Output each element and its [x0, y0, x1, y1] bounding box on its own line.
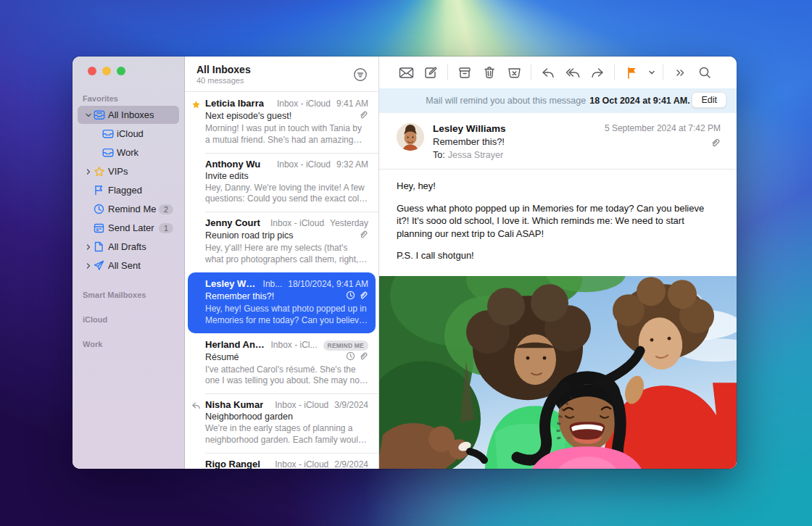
sender: Nisha Kumar [205, 399, 263, 410]
filter-circle-icon[interactable] [352, 64, 368, 85]
reply-icon[interactable] [536, 62, 560, 83]
sidebar-item-remind-me[interactable]: Remind Me 2 [78, 200, 179, 218]
reminder-banner: Mail will remind you about this message … [379, 88, 737, 113]
more-chevrons-icon[interactable] [668, 62, 692, 83]
body-paragraph: Hey, hey! [397, 180, 719, 193]
count-badge: 1 [159, 223, 173, 233]
edit-reminder-button[interactable]: Edit [692, 92, 726, 108]
message-sender: Lesley Williams [433, 123, 605, 134]
flag-chevron-icon[interactable] [645, 62, 658, 83]
message-row[interactable]: Jenny Court Inbox - iCloudYesterday Reun… [185, 212, 378, 272]
sidebar-item-icloud-inbox[interactable]: iCloud [78, 125, 179, 143]
sender: Jenny Court [205, 217, 260, 228]
close-window-button[interactable] [88, 67, 96, 75]
sidebar-item-all-sent[interactable]: All Sent [78, 256, 179, 275]
compose-icon[interactable] [418, 62, 443, 83]
mailbox-title: All Inboxes [196, 64, 251, 75]
calendar-icon [94, 222, 108, 233]
sidebar-item-all-inboxes[interactable]: All Inboxes [78, 106, 179, 124]
message-row[interactable]: Leticia Ibarra Inbox - iCloud9:41 AM Nex… [185, 92, 378, 153]
sender-avatar[interactable] [397, 123, 424, 151]
reply-all-icon[interactable] [560, 62, 585, 83]
zoom-window-button[interactable] [117, 67, 125, 75]
sidebar-item-label: Flagged [108, 185, 173, 196]
message-date: Yesterday [330, 218, 368, 228]
paperclip-icon[interactable] [710, 138, 721, 150]
get-mail-icon[interactable] [394, 62, 418, 83]
message-row[interactable]: Nisha Kumar Inbox - iCloud3/9/2024 Neigh… [185, 393, 378, 453]
mailbox-label: Inbox - iCloud [277, 99, 331, 109]
chevron-right-icon[interactable] [85, 243, 94, 251]
message-date: 2/9/2024 [334, 459, 368, 469]
sidebar-item-work-inbox[interactable]: Work [78, 143, 179, 162]
archive-icon[interactable] [452, 62, 477, 83]
sidebar-item-send-later[interactable]: Send Later 1 [78, 219, 179, 237]
sender: Leticia Ibarra [205, 98, 264, 109]
mailbox-label: Inbox - iCloud [277, 159, 331, 170]
preview-text: Hey, Danny. We're loving the invite! A f… [205, 183, 368, 206]
toolbar [379, 57, 737, 88]
flag-icon [94, 185, 108, 196]
subject: Invite edits [205, 171, 249, 181]
message-row-selected[interactable]: Lesley Will... Inb...18/10/2024, 9:41 AM… [188, 272, 376, 333]
chevron-down-icon[interactable] [85, 112, 94, 119]
sidebar-item-label: VIPs [108, 166, 173, 177]
sidebar-item-label: All Sent [108, 260, 173, 271]
reminder-datetime: 18 Oct 2024 at 9:41 AM. [589, 96, 690, 106]
message-count: 40 messages [196, 76, 251, 85]
paper-plane-icon [94, 260, 108, 271]
flag-icon[interactable] [619, 62, 644, 83]
icloud-section-header[interactable]: iCloud [83, 315, 175, 324]
message-row[interactable]: Herland Antezana Inbox - iCl...REMIND ME… [185, 333, 378, 394]
chevron-right-icon[interactable] [85, 168, 94, 175]
message-header: Lesley Williams Remember this?! To:Jessa… [379, 113, 737, 170]
sidebar-item-label: Send Later [108, 222, 159, 233]
star-icon [191, 99, 201, 112]
chevron-right-icon[interactable] [85, 262, 94, 270]
message-row[interactable]: Anthony Wu Inbox - iCloud9:32 AM Invite … [185, 153, 378, 212]
attachment-photo[interactable] [379, 276, 737, 469]
recipient[interactable]: Jessa Strayer [448, 150, 503, 160]
sidebar-item-vips[interactable]: VIPs [78, 162, 179, 180]
work-section-header[interactable]: Work [83, 340, 175, 348]
sidebar-item-all-drafts[interactable]: All Drafts [78, 238, 179, 256]
remind-me-badge: REMIND ME [323, 341, 368, 351]
paperclip-icon [359, 351, 368, 363]
sender: Herland Antezana [205, 339, 265, 350]
mailbox-label: Inb... [263, 279, 283, 289]
replied-arrow-icon [191, 401, 201, 414]
inbox-tray-icon [102, 147, 117, 158]
unread-count-badge: 2 [159, 204, 173, 214]
trash-icon[interactable] [477, 62, 502, 83]
sidebar-item-flagged[interactable]: Flagged [78, 181, 179, 199]
paperclip-icon [359, 230, 368, 241]
message-body: Hey, hey! Guess what photo popped up in … [379, 170, 737, 276]
sidebar-item-label: Work [117, 147, 173, 158]
sender: Anthony Wu [205, 159, 260, 170]
message-subject: Remember this?! [433, 136, 605, 147]
sidebar-item-label: iCloud [117, 128, 173, 139]
message-date: 18/10/2024, 9:41 AM [288, 279, 368, 289]
preview-text: Hey, y'all! Here are my selects (that's … [205, 243, 368, 266]
subject: Neighborhood garden [205, 412, 293, 422]
message-list-header: All Inboxes 40 messages [185, 57, 378, 91]
message-date: 3/9/2024 [334, 400, 368, 410]
preview-text: We're in the early stages of planning a … [205, 423, 368, 446]
window-controls [72, 67, 184, 75]
message-row[interactable]: Rigo Rangel Inbox - iCloud2/9/2024 Las V… [185, 453, 378, 469]
forward-icon[interactable] [585, 62, 610, 83]
subject: Remember this?! [205, 291, 274, 301]
desktop-wallpaper: Favorites All Inboxes iCloud Work VIPs [0, 0, 812, 526]
message-date: 9:32 AM [336, 159, 368, 170]
body-paragraph: P.S. I call shotgun! [397, 249, 719, 262]
reminder-clock-icon [346, 291, 355, 302]
junk-icon[interactable] [502, 62, 526, 83]
minimize-window-button[interactable] [102, 67, 111, 75]
sender: Rigo Rangel [205, 459, 260, 469]
smart-mailboxes-header[interactable]: Smart Mailboxes [83, 291, 175, 299]
subject: Next episode's guest! [205, 111, 291, 121]
subject: Résumé [205, 352, 239, 362]
paperclip-icon [359, 110, 368, 122]
search-icon[interactable] [692, 62, 717, 83]
to-label: To: [433, 150, 445, 160]
